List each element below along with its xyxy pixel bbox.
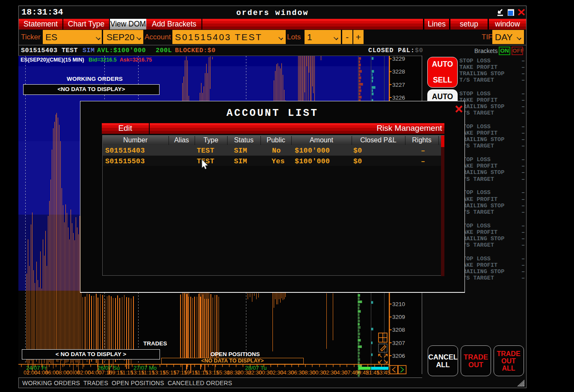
svg-text:3207: 3207 — [392, 340, 405, 346]
svg-text:28/07 Tu: 28/07 Tu — [245, 365, 267, 371]
svg-text:3208: 3208 — [392, 327, 405, 333]
svg-text:27/07 Mo: 27/07 Mo — [133, 365, 157, 371]
svg-text:3209: 3209 — [392, 314, 405, 320]
svg-text:3210: 3210 — [392, 301, 405, 307]
svg-text:3206: 3206 — [392, 353, 405, 359]
svg-text:13:45: 13:45 — [376, 369, 391, 376]
svg-text:26/07 Su: 26/07 Su — [98, 365, 120, 371]
svg-text:24/07 Fr: 24/07 Fr — [26, 365, 47, 371]
svg-text:3228: 3228 — [392, 68, 405, 75]
svg-text:3229: 3229 — [392, 56, 405, 62]
svg-text:3226: 3226 — [392, 94, 405, 101]
svg-text:3227: 3227 — [392, 82, 405, 88]
